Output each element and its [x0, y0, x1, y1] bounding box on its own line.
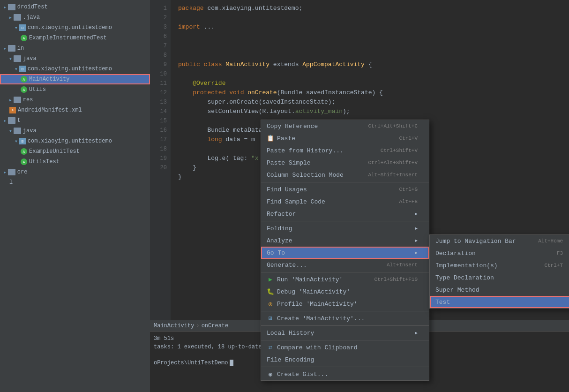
code-line: setContentView(R.layout.activity_main); — [178, 107, 562, 116]
package-icon: ⊡ — [19, 24, 26, 31]
create-icon: ⊞ — [267, 315, 274, 322]
submenu-item-declaration[interactable]: Declaration F3 — [430, 247, 569, 259]
sidebar-item-java1[interactable]: ▶ .java — [0, 12, 150, 23]
sidebar-item-label: l — [9, 179, 13, 186]
package-icon: ⊡ — [19, 66, 26, 72]
submenu-item-label: Test — [435, 299, 450, 306]
sidebar-item-ore[interactable]: ▶ ore — [0, 167, 150, 177]
sidebar-item-utilstest[interactable]: A UtilsTest — [0, 157, 150, 167]
menu-item-find-sample[interactable]: Find Sample Code Alt+F8 — [261, 196, 429, 208]
package-icon: ⊡ — [19, 138, 26, 144]
submenu-item-super-method[interactable]: Super Method — [430, 284, 569, 296]
shortcut: Alt+Insert — [387, 262, 418, 268]
menu-item-run[interactable]: ▶ Run 'MainActivity' Ctrl+Shift+F10 — [261, 273, 429, 286]
xml-icon: X — [9, 107, 16, 113]
sidebar-item-package1[interactable]: ▼ ⊡ com.xiaoying.untitestdemo — [0, 23, 150, 33]
menu-item-compare-clipboard[interactable]: ⇄ Compare with Clipboard — [261, 341, 429, 354]
menu-separator — [261, 182, 429, 182]
menu-item-create-gist[interactable]: ◉ Create Gist... — [261, 368, 429, 380]
menu-item-find-usages[interactable]: Find Usages Ctrl+G — [261, 183, 429, 196]
submenu-item-implementations[interactable]: Implementation(s) Ctrl+T — [430, 259, 569, 271]
menu-separator — [261, 340, 429, 340]
menu-label: Paste from History... — [267, 147, 344, 154]
sidebar-item-label: t — [17, 117, 21, 124]
submenu-item-test[interactable]: Test — [430, 296, 569, 308]
submenu-item-label: Declaration — [435, 250, 476, 257]
menu-label: Find Sample Code — [267, 198, 325, 205]
submenu-item-label: Implementation(s) — [435, 262, 498, 269]
menu-label: Local History — [267, 330, 314, 337]
menu-item-profile[interactable]: ◎ Profile 'MainActivity' — [261, 298, 429, 310]
submenu-item-label: Super Method — [435, 286, 479, 294]
sidebar-item-example-instrumented[interactable]: A ExampleInstrumentedTest — [0, 33, 150, 43]
folder-icon — [14, 55, 21, 62]
sidebar-item-label: com.xiaoying.untitestdemo — [28, 66, 112, 72]
sidebar-item-label: droidTest — [17, 4, 48, 10]
context-menu: Copy Reference Ctrl+Alt+Shift+C 📋 Paste … — [261, 120, 429, 381]
menu-separator — [261, 311, 429, 311]
sidebar-item-package3[interactable]: ▼ ⊡ com.xiaoying.untitestdemo — [0, 136, 150, 146]
breadcrumb-separator: › — [196, 323, 199, 329]
breadcrumb-part[interactable]: MainActivity — [154, 323, 194, 329]
menu-item-copy-reference[interactable]: Copy Reference Ctrl+Alt+Shift+C — [261, 120, 429, 132]
menu-item-folding[interactable]: Folding ▶ — [261, 222, 429, 234]
cursor — [230, 360, 233, 366]
menu-separator — [261, 221, 429, 221]
submenu-item-type-declaration[interactable]: Type Declaration — [430, 271, 569, 284]
sidebar: ▶ droidTest ▶ .java ▼ ⊡ com.xiaoying.unt… — [0, 0, 150, 392]
sidebar-item-t[interactable]: ▶ t — [0, 115, 150, 126]
menu-item-column-selection[interactable]: Column Selection Mode Alt+Shift+Insert — [261, 169, 429, 181]
menu-separator — [261, 367, 429, 367]
menu-label: ◉ Create Gist... — [267, 370, 328, 378]
expand-icon: ▼ — [9, 57, 12, 61]
sidebar-item-l[interactable]: l — [0, 177, 150, 188]
sidebar-item-mainactivity[interactable]: A MainActivity — [0, 74, 150, 84]
sidebar-item-res[interactable]: ▶ res — [0, 95, 150, 105]
sidebar-item-java3[interactable]: ▼ java — [0, 126, 150, 136]
submenu-item-jump-nav[interactable]: Jump to Navigation Bar Alt+Home — [430, 235, 569, 247]
terminal-path: oProjects\UntiTestDemo — [154, 360, 228, 366]
sidebar-item-in[interactable]: ▶ in — [0, 43, 150, 53]
menu-item-analyze[interactable]: Analyze ▶ — [261, 234, 429, 247]
shortcut: F3 — [557, 250, 563, 256]
menu-item-paste-simple[interactable]: Paste Simple Ctrl+Alt+Shift+V — [261, 157, 429, 169]
code-line: import ... — [178, 23, 562, 32]
submenu-arrow: ▶ — [415, 238, 418, 243]
menu-label: Column Selection Mode — [267, 172, 344, 179]
shortcut: Ctrl+Shift+F10 — [374, 277, 418, 282]
menu-item-create[interactable]: ⊞ Create 'MainActivity'... — [261, 312, 429, 324]
menu-label: Copy Reference — [267, 123, 318, 130]
sidebar-item-manifest[interactable]: X AndroidManifest.xml — [0, 105, 150, 115]
submenu-arrow: ▶ — [415, 330, 418, 336]
submenu-arrow: ▶ — [415, 226, 418, 231]
menu-item-goto[interactable]: Go To ▶ — [261, 247, 429, 259]
folder-icon — [14, 97, 21, 103]
menu-item-paste[interactable]: 📋 Paste Ctrl+V — [261, 132, 429, 144]
menu-item-generate[interactable]: Generate... Alt+Insert — [261, 259, 429, 271]
menu-item-paste-history[interactable]: Paste from History... Ctrl+Shift+V — [261, 144, 429, 157]
menu-item-debug[interactable]: 🐛 Debug 'MainActivity' — [261, 286, 429, 298]
sidebar-item-label: com.xiaoying.untitestdemo — [28, 138, 112, 144]
code-line — [178, 51, 562, 60]
gist-icon: ◉ — [267, 370, 274, 378]
sidebar-item-label: java — [23, 55, 37, 62]
sidebar-item-package2[interactable]: ▼ ⊡ com.xiaoying.untitestdemo — [0, 64, 150, 74]
menu-item-local-history[interactable]: Local History ▶ — [261, 327, 429, 339]
shortcut: Ctrl+V — [399, 136, 418, 141]
sidebar-item-utils[interactable]: A Utils — [0, 84, 150, 95]
code-line: package com.xiaoying.untitestdemo; — [178, 4, 562, 13]
folder-icon — [8, 169, 15, 175]
shortcut: Alt+Home — [538, 238, 563, 244]
expand-icon: ▼ — [15, 139, 17, 143]
android-icon: A — [21, 158, 27, 165]
sidebar-item-exampleunit[interactable]: A ExampleUnitTest — [0, 146, 150, 157]
submenu-item-label: Type Declaration — [435, 274, 494, 281]
android-icon: A — [21, 148, 27, 155]
menu-item-refactor[interactable]: Refactor ▶ — [261, 208, 429, 220]
sidebar-item-droidtest[interactable]: ▶ droidTest — [0, 2, 150, 12]
breadcrumb-part[interactable]: onCreate — [202, 323, 229, 329]
menu-item-file-encoding[interactable]: File Encoding — [261, 354, 429, 366]
expand-icon: ▶ — [4, 119, 6, 123]
menu-label: ▶ Run 'MainActivity' — [267, 276, 343, 283]
sidebar-item-java2[interactable]: ▼ java — [0, 53, 150, 64]
